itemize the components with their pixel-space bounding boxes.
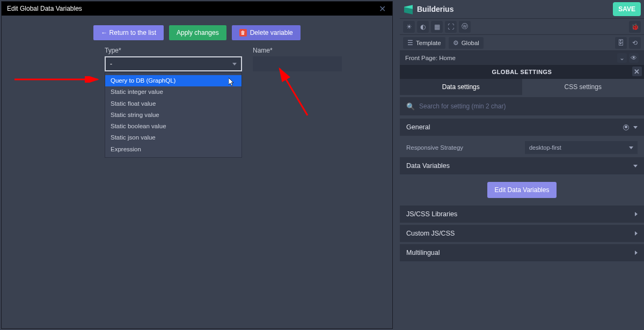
list-icon: ☰	[407, 39, 413, 47]
responsive-select[interactable]: desktop-first	[525, 141, 638, 154]
radio-icon	[623, 124, 629, 130]
responsive-value: desktop-first	[529, 144, 561, 151]
brand-text: Builderius	[417, 5, 453, 13]
annotation-arrow	[14, 76, 103, 83]
crumb-right: 🗄 ⟲	[615, 37, 641, 49]
chevron-right-icon	[635, 212, 638, 216]
brand: Builderius	[403, 4, 453, 14]
wordpress-icon[interactable]: ⓦ	[459, 21, 471, 33]
type-select[interactable]: -	[105, 56, 242, 71]
global-chip[interactable]: ⚙ Global	[449, 37, 484, 49]
responsive-strategy-row: Responsive Strategy desktop-first	[400, 138, 644, 157]
settings-search: 🔍	[400, 97, 644, 115]
modal-toolbar: ← Return to the list Apply changes 🗑 Del…	[2, 16, 392, 47]
return-to-list-button[interactable]: ← Return to the list	[93, 25, 164, 40]
contrast-icon[interactable]: ◐	[417, 21, 429, 33]
page-bar: Front Page: Home ⌄ 👁	[400, 51, 644, 65]
settings-tabs: Data settings CSS settings	[400, 79, 644, 95]
modal-header: Edit Global Data Variables ✕	[2, 2, 392, 16]
database-icon[interactable]: 🗄	[615, 37, 627, 49]
crumb-bar: ☰ Template ⚙ Global 🗄 ⟲	[400, 35, 644, 51]
close-icon[interactable]: ✕	[632, 67, 642, 76]
gear-icon: ⚙	[453, 39, 459, 47]
trash-icon: 🗑	[239, 29, 247, 36]
section-label: General	[406, 123, 430, 131]
section-label: Data Variables	[406, 162, 450, 170]
dropdown-option[interactable]: Query to DB (GraphQL)	[105, 75, 241, 86]
dropdown-option[interactable]: Expression	[105, 144, 241, 155]
icon-toolbar: ☀ ◐ ▦ ⛶ ⓦ 🐞	[400, 19, 644, 35]
search-input[interactable]	[419, 102, 638, 110]
section-general[interactable]: General	[400, 119, 644, 136]
tab-css-settings[interactable]: CSS settings	[522, 79, 645, 95]
type-dropdown: Query to DB (GraphQL) Static integer val…	[105, 72, 242, 158]
edit-variables-modal: Edit Global Data Variables ✕ ← Return to…	[1, 1, 393, 329]
type-select-value: -	[110, 60, 112, 68]
mouse-cursor	[229, 78, 235, 88]
settings-header: GLOBAL SETTINGS ✕	[400, 65, 644, 79]
section-multilingual[interactable]: Multilingual	[400, 244, 644, 261]
expand-icon[interactable]: ⛶	[445, 21, 457, 33]
dropdown-option[interactable]: Static boolean value	[105, 121, 241, 132]
icon-toolbar-left: ☀ ◐ ▦ ⛶ ⓦ	[403, 21, 471, 33]
save-button[interactable]: SAVE	[613, 2, 641, 16]
chevron-down-icon	[629, 146, 633, 149]
svg-line-1	[280, 69, 308, 115]
dropdown-option[interactable]: Static string value	[105, 109, 241, 121]
field-label: Responsive Strategy	[406, 144, 463, 151]
annotation-arrow	[275, 64, 313, 118]
page-path: Front Page: Home	[405, 55, 456, 61]
sun-icon[interactable]: ☀	[403, 21, 415, 33]
type-field: Type* - Query to DB (GraphQL) Static int…	[105, 47, 242, 71]
search-icon: 🔍	[406, 102, 415, 111]
modal-title: Edit Global Data Variables	[7, 5, 82, 12]
chevron-right-icon	[635, 251, 638, 255]
eye-icon[interactable]: 👁	[629, 53, 639, 63]
chevron-down-icon	[633, 165, 638, 167]
section-label: Multilingual	[406, 249, 440, 256]
section-label: JS/CSS Libraries	[406, 210, 457, 218]
brand-icon	[403, 4, 414, 14]
right-panel: Builderius SAVE ☀ ◐ ▦ ⛶ ⓦ 🐞 ☰ Template ⚙…	[400, 0, 644, 330]
close-icon[interactable]: ✕	[377, 4, 387, 13]
dropdown-option[interactable]: Static float value	[105, 98, 241, 109]
chevron-down-icon[interactable]: ⌄	[617, 53, 627, 63]
section-custom-jscss[interactable]: Custom JS/CSS	[400, 225, 644, 242]
section-data-variables[interactable]: Data Variables	[400, 157, 644, 174]
crumb-left: ☰ Template ⚙ Global	[403, 37, 484, 49]
chevron-down-icon	[232, 63, 237, 65]
chevron-down-icon	[633, 126, 638, 129]
bug-icon[interactable]: 🐞	[629, 21, 641, 33]
dropdown-option[interactable]: Static integer value	[105, 86, 241, 98]
template-chip[interactable]: ☰ Template	[403, 37, 445, 49]
grid-icon[interactable]: ▦	[431, 21, 443, 33]
history-icon[interactable]: ⟲	[629, 37, 641, 49]
dropdown-option[interactable]: Static json value	[105, 132, 241, 143]
apply-changes-button[interactable]: Apply changes	[169, 25, 226, 40]
section-label: Custom JS/CSS	[406, 230, 455, 237]
template-label: Template	[416, 40, 441, 46]
topbar: Builderius SAVE	[400, 0, 644, 19]
section-jscss-libraries[interactable]: JS/CSS Libraries	[400, 206, 644, 223]
settings-title: GLOBAL SETTINGS	[492, 69, 552, 75]
delete-label: Delete variable	[250, 29, 293, 36]
edit-data-variables-button[interactable]: Edit Data Variables	[487, 182, 557, 198]
type-label: Type*	[105, 47, 242, 54]
chevron-right-icon	[635, 231, 638, 236]
form-row: Type* - Query to DB (GraphQL) Static int…	[2, 47, 392, 71]
name-label: Name*	[253, 47, 342, 54]
pagebar-right: ⌄ 👁	[617, 53, 639, 63]
section-right	[623, 124, 638, 130]
delete-variable-button[interactable]: 🗑 Delete variable	[232, 25, 301, 40]
global-label: Global	[462, 40, 479, 46]
tab-data-settings[interactable]: Data settings	[400, 79, 522, 95]
edit-button-container: Edit Data Variables	[400, 177, 644, 206]
